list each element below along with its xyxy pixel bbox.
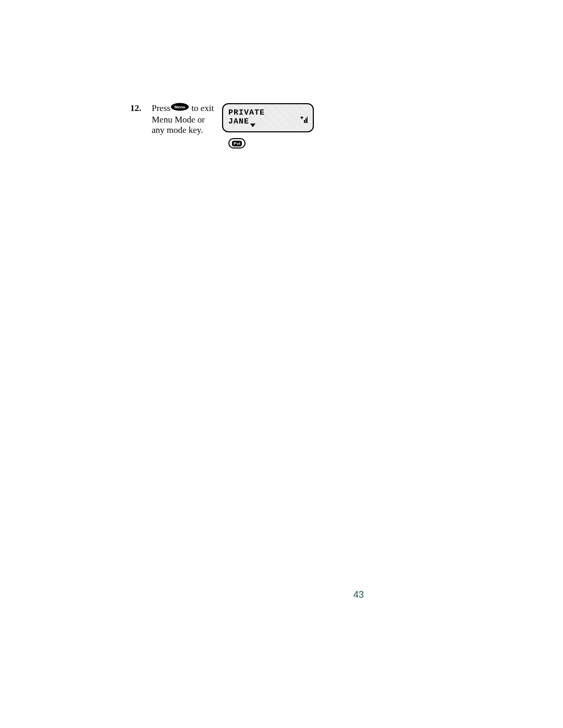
signal-strength-icon <box>300 116 308 125</box>
lcd-display: PRIVATE JANE <box>222 103 314 132</box>
down-arrow-icon <box>250 120 255 130</box>
lcd-row-2: JANE <box>228 117 308 127</box>
svg-rect-4 <box>305 118 307 123</box>
svg-marker-1 <box>250 124 255 127</box>
menu-button-label: Menu <box>174 105 185 109</box>
lcd-line-2: JANE <box>228 118 249 127</box>
step-text: PressMenu to exit Menu Mode or any mode … <box>152 103 219 136</box>
menu-button-icon: Menu <box>170 103 189 114</box>
pvt-badge: Pvt <box>228 138 246 149</box>
svg-rect-6 <box>307 117 308 123</box>
svg-marker-2 <box>300 117 303 119</box>
pvt-badge-label: Pvt <box>232 141 242 146</box>
step-text-before: Press <box>152 103 170 113</box>
page-number: 43 <box>353 589 364 600</box>
svg-rect-3 <box>304 120 305 123</box>
lcd-line-1: PRIVATE <box>228 109 308 118</box>
instruction-step: 12. PressMenu to exit Menu Mode or any m… <box>127 103 219 136</box>
step-number: 12. <box>127 103 141 114</box>
